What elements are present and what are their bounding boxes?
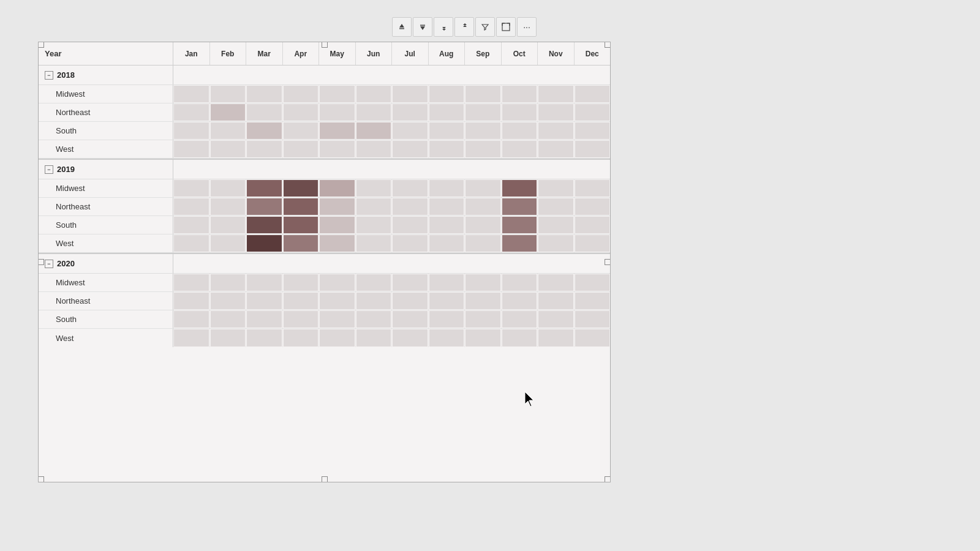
- cell-2018-midwest-feb[interactable]: [210, 85, 247, 103]
- cell-2019-west-aug[interactable]: [429, 234, 466, 252]
- cell-2019-northeast-may[interactable]: [319, 198, 356, 216]
- cell-2019-west-feb[interactable]: [210, 234, 247, 252]
- cell-2019-northeast-dec[interactable]: [575, 198, 611, 216]
- cell-2019-west-nov[interactable]: [538, 234, 575, 252]
- cell-2019-west-may[interactable]: [319, 234, 356, 252]
- cell-2019-midwest-oct[interactable]: [502, 179, 538, 197]
- cell-2019-west-sep[interactable]: [465, 234, 502, 252]
- cell-2019-midwest-jan[interactable]: [173, 179, 210, 197]
- cell-2019-west-mar[interactable]: [246, 234, 283, 252]
- cell-2019-northeast-nov[interactable]: [538, 198, 575, 216]
- cell-2018-midwest-mar[interactable]: [246, 85, 283, 103]
- cell-2018-south-nov[interactable]: [538, 122, 575, 140]
- cell-2019-south-jun[interactable]: [356, 216, 393, 234]
- cell-2019-midwest-jul[interactable]: [392, 179, 429, 197]
- cell-2019-south-apr[interactable]: [283, 216, 320, 234]
- cell-2018-midwest-jun[interactable]: [356, 85, 393, 103]
- cell-2018-northeast-mar[interactable]: [246, 103, 283, 121]
- cell-2020-south-feb[interactable]: [210, 310, 247, 328]
- toolbar-btn-sort-desc2[interactable]: [434, 17, 453, 37]
- cell-2018-west-jan[interactable]: [173, 140, 210, 158]
- cell-2019-midwest-jun[interactable]: [356, 179, 393, 197]
- cell-2019-south-dec[interactable]: [575, 216, 611, 234]
- toolbar-btn-sort-asc[interactable]: [392, 17, 412, 37]
- cell-2018-south-dec[interactable]: [575, 122, 611, 140]
- cell-2018-west-jul[interactable]: [392, 140, 429, 158]
- resize-handle-br[interactable]: [605, 476, 611, 482]
- cell-2020-midwest-may[interactable]: [319, 274, 356, 291]
- cell-2019-northeast-oct[interactable]: [502, 198, 538, 216]
- cell-2020-midwest-jun[interactable]: [356, 274, 393, 291]
- cell-2020-northeast-jul[interactable]: [392, 292, 429, 310]
- cell-2018-northeast-jul[interactable]: [392, 103, 429, 121]
- collapse-icon-2018[interactable]: −: [45, 71, 53, 80]
- cell-2018-west-aug[interactable]: [429, 140, 466, 158]
- cell-2019-midwest-apr[interactable]: [283, 179, 320, 197]
- resize-handle-ml[interactable]: [38, 259, 44, 265]
- cell-2018-midwest-aug[interactable]: [429, 85, 466, 103]
- cell-2020-west-aug[interactable]: [429, 329, 466, 347]
- toolbar-btn-expand[interactable]: [496, 17, 516, 37]
- cell-2019-northeast-jul[interactable]: [392, 198, 429, 216]
- cell-2019-northeast-aug[interactable]: [429, 198, 466, 216]
- cell-2019-northeast-jan[interactable]: [173, 198, 210, 216]
- cell-2019-midwest-sep[interactable]: [465, 179, 502, 197]
- cell-2020-west-jun[interactable]: [356, 329, 393, 347]
- cell-2018-south-jun[interactable]: [356, 122, 393, 140]
- cell-2018-south-sep[interactable]: [465, 122, 502, 140]
- cell-2020-northeast-feb[interactable]: [210, 292, 247, 310]
- resize-handle-bl[interactable]: [38, 476, 44, 482]
- cell-2018-midwest-sep[interactable]: [465, 85, 502, 103]
- cell-2019-midwest-nov[interactable]: [538, 179, 575, 197]
- cell-2019-south-jul[interactable]: [392, 216, 429, 234]
- cell-2020-west-mar[interactable]: [246, 329, 283, 347]
- cell-2019-south-oct[interactable]: [502, 216, 538, 234]
- resize-handle-bm[interactable]: [322, 476, 328, 482]
- cell-2019-west-dec[interactable]: [575, 234, 611, 252]
- cell-2018-midwest-dec[interactable]: [575, 85, 611, 103]
- cell-2018-south-jul[interactable]: [392, 122, 429, 140]
- cell-2019-south-mar[interactable]: [246, 216, 283, 234]
- cell-2020-northeast-apr[interactable]: [283, 292, 320, 310]
- collapse-icon-2020[interactable]: −: [45, 260, 53, 268]
- cell-2018-west-apr[interactable]: [283, 140, 320, 158]
- cell-2019-south-may[interactable]: [319, 216, 356, 234]
- cell-2020-midwest-nov[interactable]: [538, 274, 575, 291]
- cell-2020-south-jan[interactable]: [173, 310, 210, 328]
- resize-handle-tm[interactable]: [322, 42, 328, 48]
- cell-2020-south-mar[interactable]: [246, 310, 283, 328]
- cell-2020-northeast-aug[interactable]: [429, 292, 466, 310]
- cell-2019-midwest-dec[interactable]: [575, 179, 611, 197]
- toolbar-btn-more[interactable]: ···: [517, 17, 537, 37]
- cell-2020-northeast-nov[interactable]: [538, 292, 575, 310]
- cell-2019-northeast-sep[interactable]: [465, 198, 502, 216]
- collapse-icon-2019[interactable]: −: [45, 165, 53, 174]
- cell-2018-west-oct[interactable]: [502, 140, 538, 158]
- cell-2020-south-aug[interactable]: [429, 310, 466, 328]
- cell-2020-west-feb[interactable]: [210, 329, 247, 347]
- cell-2020-south-sep[interactable]: [465, 310, 502, 328]
- cell-2019-west-oct[interactable]: [502, 234, 538, 252]
- cell-2020-south-apr[interactable]: [283, 310, 320, 328]
- cell-2020-northeast-sep[interactable]: [465, 292, 502, 310]
- cell-2020-midwest-dec[interactable]: [575, 274, 611, 291]
- cell-2020-south-may[interactable]: [319, 310, 356, 328]
- cell-2018-northeast-dec[interactable]: [575, 103, 611, 121]
- cell-2018-midwest-jul[interactable]: [392, 85, 429, 103]
- cell-2018-northeast-may[interactable]: [319, 103, 356, 121]
- cell-2018-northeast-oct[interactable]: [502, 103, 538, 121]
- cell-2020-west-sep[interactable]: [465, 329, 502, 347]
- cell-2018-west-dec[interactable]: [575, 140, 611, 158]
- cell-2020-northeast-oct[interactable]: [502, 292, 538, 310]
- cell-2019-west-jun[interactable]: [356, 234, 393, 252]
- cell-2020-northeast-may[interactable]: [319, 292, 356, 310]
- cell-2018-midwest-apr[interactable]: [283, 85, 320, 103]
- cell-2018-northeast-feb[interactable]: [210, 103, 247, 121]
- cell-2018-south-jan[interactable]: [173, 122, 210, 140]
- cell-2019-northeast-feb[interactable]: [210, 198, 247, 216]
- cell-2018-west-jun[interactable]: [356, 140, 393, 158]
- cell-2020-midwest-jan[interactable]: [173, 274, 210, 291]
- cell-2019-south-nov[interactable]: [538, 216, 575, 234]
- cell-2019-west-apr[interactable]: [283, 234, 320, 252]
- cell-2020-midwest-jul[interactable]: [392, 274, 429, 291]
